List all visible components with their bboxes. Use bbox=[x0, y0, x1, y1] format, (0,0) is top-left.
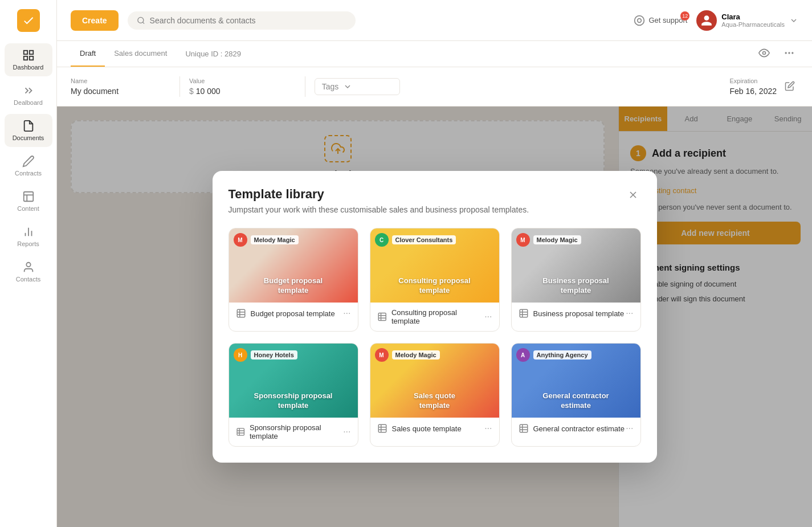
main-content: Create 12 Get support Clara Aqua- bbox=[57, 0, 812, 527]
brand-name-sponsorship: Honey Hotels bbox=[251, 350, 297, 359]
template-card-consulting[interactable]: C Clover Consultants Consulting proposal… bbox=[370, 228, 500, 332]
sidebar-item-contacts[interactable]: Contacts bbox=[5, 255, 52, 288]
close-icon bbox=[627, 189, 639, 201]
template-brand-contractor: A Anything Agency bbox=[516, 348, 591, 362]
name-label: Name bbox=[71, 77, 170, 84]
create-button[interactable]: Create bbox=[71, 10, 119, 31]
svg-rect-2 bbox=[23, 56, 27, 60]
brand-logo-sponsorship: H bbox=[234, 348, 247, 362]
svg-point-16 bbox=[785, 52, 786, 54]
topbar: Create 12 Get support Clara Aqua- bbox=[57, 0, 812, 41]
user-details: Clara Aqua-Pharmaceuticals bbox=[721, 13, 785, 28]
headset-icon bbox=[634, 15, 645, 26]
svg-rect-42 bbox=[520, 424, 528, 432]
eye-button[interactable] bbox=[755, 44, 773, 64]
template-dots-consulting[interactable]: ··· bbox=[484, 312, 492, 322]
value-input[interactable] bbox=[196, 87, 296, 96]
table-icon-5 bbox=[377, 423, 387, 434]
sidebar-item-dashboard[interactable]: Dashboard bbox=[5, 43, 52, 76]
edit-icon bbox=[785, 81, 795, 91]
brand-logo-sales: M bbox=[375, 348, 389, 362]
expiry-field-group: Expiration Feb 16, 2022 bbox=[729, 77, 777, 96]
user-avatar bbox=[696, 10, 717, 31]
modal-body: M Melody Magic Budget proposaltemplate B… bbox=[213, 221, 657, 463]
template-card-contractor[interactable]: A Anything Agency General contractoresti… bbox=[511, 343, 641, 447]
name-input[interactable] bbox=[71, 87, 170, 96]
doc-header: Draft Sales document Unique ID : 2829 bbox=[57, 41, 812, 67]
eye-icon bbox=[758, 47, 770, 59]
sidebar-item-content[interactable]: Content bbox=[5, 185, 52, 218]
brand-name-contractor: Anything Agency bbox=[533, 350, 591, 359]
brand-logo-business: M bbox=[516, 233, 530, 247]
search-bar bbox=[128, 11, 356, 30]
template-brand-budget: M Melody Magic bbox=[234, 233, 299, 247]
template-thumb-sales: M Melody Magic Sales quotetemplate bbox=[370, 344, 499, 418]
template-dots-sales[interactable]: ··· bbox=[484, 423, 492, 434]
template-card-business[interactable]: M Melody Magic Business proposaltemplate… bbox=[511, 228, 641, 332]
template-card-sales[interactable]: M Melody Magic Sales quotetemplate Sales… bbox=[370, 343, 500, 447]
sidebar-item-contracts[interactable]: Contracts bbox=[5, 149, 52, 182]
template-name-contractor: General contractor estimate bbox=[519, 423, 625, 434]
svg-rect-34 bbox=[237, 428, 244, 435]
template-footer-sponsorship: Sponsorship proposal template ··· bbox=[229, 418, 358, 446]
table-icon-6 bbox=[519, 423, 529, 434]
svg-point-17 bbox=[789, 52, 790, 54]
user-menu[interactable]: Clara Aqua-Pharmaceuticals bbox=[696, 10, 798, 31]
svg-rect-0 bbox=[23, 51, 27, 54]
template-overlay-contractor: General contractorestimate bbox=[512, 391, 640, 411]
template-thumb-sponsorship: H Honey Hotels Sponsorship proposaltempl… bbox=[229, 344, 358, 418]
modal-overlay: Template library Jumpstart your work wit… bbox=[57, 107, 812, 527]
svg-rect-30 bbox=[520, 309, 528, 317]
tags-field[interactable]: Tags bbox=[315, 78, 400, 95]
templates-grid: M Melody Magic Budget proposaltemplate B… bbox=[228, 228, 641, 447]
template-dots-budget[interactable]: ··· bbox=[343, 308, 350, 318]
svg-point-18 bbox=[792, 52, 793, 54]
brand-name-business: Melody Magic bbox=[533, 235, 581, 244]
topbar-right: 12 Get support Clara Aqua-Pharmaceutical… bbox=[634, 10, 798, 31]
template-card-budget[interactable]: M Melody Magic Budget proposaltemplate B… bbox=[228, 228, 358, 332]
modal-subtitle: Jumpstart your work with these customisa… bbox=[228, 205, 529, 214]
template-dots-sponsorship[interactable]: ··· bbox=[343, 427, 350, 437]
tab-sales-document[interactable]: Sales document bbox=[105, 41, 176, 67]
svg-rect-38 bbox=[378, 424, 386, 432]
support-button[interactable]: 12 Get support bbox=[634, 15, 687, 26]
more-options-button[interactable] bbox=[780, 44, 798, 64]
template-dots-business[interactable]: ··· bbox=[626, 308, 633, 318]
template-overlay-sales: Sales quotetemplate bbox=[370, 391, 499, 411]
table-icon bbox=[236, 308, 246, 318]
brand-logo-consulting: C bbox=[375, 233, 389, 247]
sidebar-item-dealboard[interactable]: Dealboard bbox=[5, 79, 52, 112]
template-thumb-business: M Melody Magic Business proposaltemplate bbox=[512, 228, 640, 303]
field-separator-2 bbox=[305, 76, 305, 97]
modal-header-text: Template library Jumpstart your work wit… bbox=[228, 187, 529, 214]
unique-id: Unique ID : 2829 bbox=[176, 42, 250, 66]
expiry-edit-button[interactable] bbox=[781, 77, 798, 96]
user-name: Clara bbox=[721, 13, 785, 21]
tab-draft[interactable]: Draft bbox=[71, 41, 105, 67]
template-name-budget: Budget proposal template bbox=[236, 308, 335, 318]
svg-rect-22 bbox=[237, 309, 245, 317]
template-footer-business: Business proposal template ··· bbox=[512, 303, 640, 324]
modal-close-button[interactable] bbox=[625, 187, 641, 206]
template-brand-business: M Melody Magic bbox=[516, 233, 581, 247]
table-icon-2 bbox=[377, 312, 387, 322]
template-overlay-budget: Budget proposaltemplate bbox=[229, 276, 358, 296]
field-separator-1 bbox=[179, 76, 180, 97]
app-logo[interactable] bbox=[17, 9, 40, 32]
sidebar-item-documents[interactable]: Documents bbox=[5, 114, 52, 147]
chevron-down-icon bbox=[343, 82, 352, 91]
sidebar-item-content-label: Content bbox=[17, 205, 39, 212]
sidebar-item-reports[interactable]: Reports bbox=[5, 220, 52, 253]
svg-point-11 bbox=[137, 17, 143, 23]
template-dots-contractor[interactable]: ··· bbox=[626, 423, 633, 434]
table-icon-3 bbox=[519, 308, 529, 318]
template-thumb-contractor: A Anything Agency General contractoresti… bbox=[512, 344, 640, 418]
name-field-group: Name bbox=[71, 77, 170, 96]
template-brand-sponsorship: H Honey Hotels bbox=[234, 348, 297, 362]
sidebar-item-contacts-label: Contacts bbox=[16, 276, 40, 283]
template-card-sponsorship[interactable]: H Honey Hotels Sponsorship proposaltempl… bbox=[228, 343, 358, 447]
template-footer-contractor: General contractor estimate ··· bbox=[512, 418, 640, 439]
sidebar-item-dashboard-label: Dashboard bbox=[13, 64, 44, 71]
search-input[interactable] bbox=[150, 16, 346, 25]
template-brand-sales: M Melody Magic bbox=[375, 348, 440, 362]
